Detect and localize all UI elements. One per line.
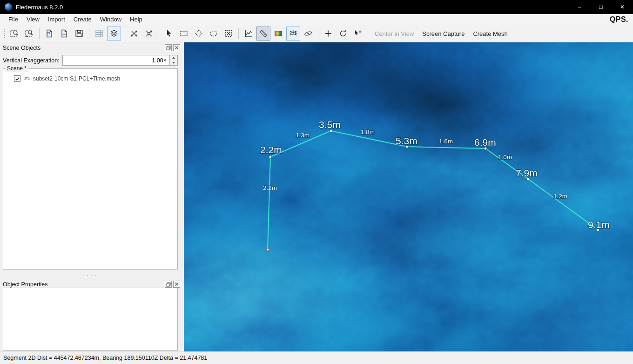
toolbar-separator xyxy=(89,28,89,39)
measurement-overlay[interactable]: 2.2m3.5m5.3m6.9m7.9m9.1m1.3m1.8m1.6m1.0m… xyxy=(184,42,633,351)
screen-capture-button[interactable]: Screen Capture xyxy=(422,30,465,37)
grid-view-button[interactable] xyxy=(92,27,106,40)
statusbar: Segment 2D Dist = 445472.467234m, Bearin… xyxy=(0,351,633,364)
float-panel-icon xyxy=(166,46,171,50)
vertical-exaggeration-input[interactable] xyxy=(62,55,170,66)
checkmark-icon xyxy=(15,76,20,81)
swap-axes-button[interactable] xyxy=(127,27,141,40)
create-mesh-button[interactable]: Create Mesh xyxy=(473,30,507,37)
save-icon xyxy=(74,29,84,38)
close-panel-icon xyxy=(175,282,179,286)
scene-3d-viewport[interactable]: 2.2m3.5m5.3m6.9m7.9m9.1m1.3m1.8m1.6m1.0m… xyxy=(184,42,633,351)
pointer-button[interactable] xyxy=(162,27,176,40)
close-panel-icon xyxy=(175,46,179,50)
scene-objects-title: Scene Objects xyxy=(3,45,40,51)
toolbar-drag-handle[interactable] xyxy=(3,28,6,39)
object-properties-header: Object Properties xyxy=(0,279,184,288)
svg-text:9.1m: 9.1m xyxy=(588,219,610,230)
menu-help[interactable]: Help xyxy=(126,14,147,24)
pointer-icon xyxy=(164,29,174,38)
scene-tree-groupbox: Scene * subset2-10cm-S1-PCL+Time.mesh xyxy=(3,68,178,270)
select-polygon-icon xyxy=(194,29,203,38)
svg-text:1.3m: 1.3m xyxy=(296,132,310,139)
scene-objects-float-button[interactable] xyxy=(165,44,172,51)
menu-window[interactable]: Window xyxy=(96,14,126,24)
menu-view[interactable]: View xyxy=(22,14,44,24)
minimize-button[interactable]: – xyxy=(569,0,590,14)
menubar: File View Import Create Window Help QPS. xyxy=(0,14,633,25)
object-properties-float-button[interactable] xyxy=(165,281,172,288)
left-panel: Scene Objects Vertical Exaggeration: xyxy=(0,42,184,351)
zoom-selection-button[interactable] xyxy=(22,27,36,40)
add-point-icon xyxy=(323,29,333,38)
pick-add-icon xyxy=(353,29,363,38)
vertical-exaggeration-stepper xyxy=(170,55,178,66)
colormap-button[interactable] xyxy=(271,27,285,40)
scene-objects-close-button[interactable] xyxy=(173,44,180,51)
profile-button[interactable] xyxy=(242,27,256,40)
rotate-axes-button[interactable] xyxy=(142,27,156,40)
pick-add-button[interactable] xyxy=(351,27,365,40)
center-in-view-button[interactable]: Center in View xyxy=(375,30,414,37)
mesh-object-icon xyxy=(23,76,30,81)
object-properties-box xyxy=(3,288,178,351)
toolbar-separator xyxy=(124,28,124,39)
export-file-button[interactable] xyxy=(57,27,71,40)
zoom-selection-icon xyxy=(25,29,34,38)
svg-text:6.9m: 6.9m xyxy=(474,137,496,148)
panel-splitter-handle[interactable]: ······ xyxy=(0,272,184,278)
swap-axes-icon xyxy=(129,29,139,38)
stepper-down-button[interactable] xyxy=(170,61,177,66)
menu-file[interactable]: File xyxy=(4,14,22,24)
scene-group-label: Scene * xyxy=(5,65,28,72)
vertical-exaggeration-label: Vertical Exaggeration: xyxy=(3,57,60,64)
grid-view-icon xyxy=(94,29,104,38)
import-file-icon xyxy=(45,29,54,38)
shading-layers-button[interactable] xyxy=(107,27,121,40)
refresh-icon xyxy=(338,29,348,38)
save-button[interactable] xyxy=(72,27,86,40)
svg-text:3.5m: 3.5m xyxy=(319,119,341,130)
qps-logo: QPS. xyxy=(610,15,628,24)
close-button[interactable]: ✕ xyxy=(612,0,633,14)
svg-text:1.6m: 1.6m xyxy=(439,138,453,145)
select-polygon-button[interactable] xyxy=(192,27,206,40)
scene-item-checkbox[interactable] xyxy=(14,75,20,82)
toolbar-separator xyxy=(39,28,40,39)
svg-text:2.2m: 2.2m xyxy=(260,144,282,155)
orbit-icon xyxy=(303,29,313,38)
select-ellipse-button[interactable] xyxy=(207,27,221,40)
window-title: Fledermaus 8.2.0 xyxy=(16,4,63,11)
toolbar-separator xyxy=(318,28,318,39)
import-file-button[interactable] xyxy=(42,27,56,40)
select-rectangle-icon xyxy=(179,29,189,38)
zoom-extents-button[interactable] xyxy=(7,27,21,40)
maximize-button[interactable]: □ xyxy=(590,0,612,14)
select-ellipse-icon xyxy=(209,29,218,38)
add-point-button[interactable] xyxy=(321,27,335,40)
scene-objects-header: Scene Objects xyxy=(0,42,184,52)
colormap-icon xyxy=(274,29,283,38)
object-properties-close-button[interactable] xyxy=(173,281,180,288)
measure-ruler-button[interactable] xyxy=(256,27,270,40)
profile-icon xyxy=(244,29,253,38)
scene-tree-item[interactable]: subset2-10cm-S1-PCL+Time.mesh xyxy=(14,75,177,82)
toolbar-separator xyxy=(238,28,239,39)
refresh-button[interactable] xyxy=(336,27,350,40)
toolbar-separator xyxy=(159,28,159,39)
mesh-surface-button[interactable] xyxy=(286,27,300,40)
svg-text:1.2m: 1.2m xyxy=(553,193,567,200)
status-text: Segment 2D Dist = 445472.467234m, Bearin… xyxy=(3,355,207,361)
select-rectangle-button[interactable] xyxy=(177,27,191,40)
menu-create[interactable]: Create xyxy=(69,14,96,24)
stepper-up-button[interactable] xyxy=(170,55,177,61)
svg-text:1.8m: 1.8m xyxy=(361,128,375,135)
menu-import[interactable]: Import xyxy=(44,14,69,24)
svg-text:7.9m: 7.9m xyxy=(516,168,538,178)
orbit-button[interactable] xyxy=(301,27,315,40)
float-panel-icon xyxy=(166,282,171,287)
measure-ruler-icon xyxy=(259,29,268,38)
toolbar-separator xyxy=(368,28,368,39)
clear-selection-button[interactable] xyxy=(222,27,236,40)
shading-layers-icon xyxy=(109,29,119,38)
